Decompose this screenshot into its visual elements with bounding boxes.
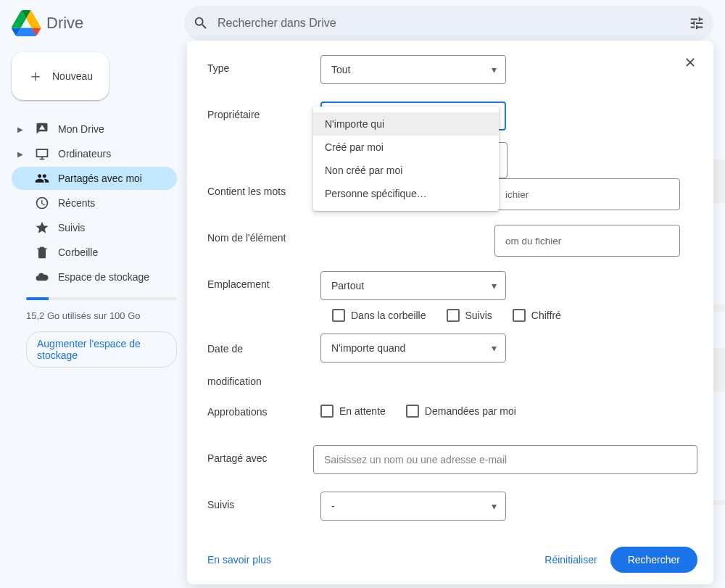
select-value: - [331,500,335,512]
cloud-icon [35,270,49,284]
bg-decor [713,305,725,312]
panel-footer: En savoir plus Réinitialiser Rechercher [207,547,697,573]
storage-block: 15,2 Go utilisés sur 100 Go Augmenter l'… [12,297,177,368]
placeholder-tail: ichier [505,189,529,200]
select-type[interactable]: Tout ▾ [320,55,506,84]
sidebar-item-trash[interactable]: Corbeille [12,241,177,264]
chevron-right-icon: ▶ [17,150,26,158]
drive-logo-icon [12,10,41,36]
label-owner: Propriétaire [207,102,320,120]
select-value: N'importe quand [331,342,405,354]
label-location: Emplacement [207,271,320,300]
search-bar[interactable] [184,6,713,41]
trash-icon [35,245,49,260]
close-button[interactable] [679,51,702,74]
label-type: Type [207,55,320,74]
checkbox-icon [513,309,526,322]
chevron-down-icon: ▾ [492,64,497,75]
reset-button[interactable]: Réinitialiser [544,554,597,566]
shared-with-input[interactable] [313,445,697,474]
new-button-label: Nouveau [52,70,93,82]
recent-icon [35,196,49,210]
shared-icon [35,171,49,186]
select-date-modified[interactable]: N'importe quand ▾ [320,334,506,363]
dropdown-item-specific-person[interactable]: Personne spécifique… [313,182,499,205]
label-contains: Contient les mots [207,178,320,197]
dropdown-item-owned-by-me[interactable]: Créé par moi [313,136,499,159]
sidebar-item-shared[interactable]: Partagés avec moi [12,167,177,190]
bg-decor [713,160,725,203]
product-name: Drive [46,14,83,33]
sidebar-item-recent[interactable]: Récents [12,191,177,215]
select-follow-up[interactable]: - ▾ [320,492,506,521]
learn-more-link[interactable]: En savoir plus [207,554,271,566]
sidebar-item-label: Récents [58,197,95,209]
checkbox-icon [320,405,334,418]
chevron-down-icon: ▾ [492,342,497,354]
checkbox-in-trash[interactable]: Dans la corbeille [332,309,426,322]
search-input[interactable] [218,17,683,30]
checkbox-encrypted[interactable]: Chiffré [513,309,561,322]
tune-icon[interactable] [689,15,705,31]
row-item-name: Nom de l'élément om du fichier [207,225,697,271]
chevron-right-icon: ▶ [17,125,26,133]
contains-input[interactable]: ichier [494,178,680,210]
chevron-down-icon: ▾ [492,280,497,291]
row-type: Type Tout ▾ [207,55,697,102]
item-name-input[interactable]: om du fichier [494,225,680,257]
storage-bar [26,297,177,300]
select-value: Partout [331,280,364,291]
search-icon [193,15,209,31]
bg-decor [713,348,725,392]
checkbox-icon [406,405,419,418]
label-shared-with: Partagé avec [207,445,313,464]
computers-icon [35,146,49,161]
checkbox-label: En attente [339,405,386,417]
checkbox-label: Dans la corbeille [351,310,426,321]
label-item-name: Nom de l'élément [207,225,320,244]
label-approvals: Approbations [207,399,320,418]
new-button[interactable]: ＋ Nouveau [12,52,109,100]
checkbox-icon [447,309,460,322]
search-button[interactable]: Rechercher [610,547,697,573]
sidebar-item-label: Ordinateurs [58,148,111,160]
sidebar-item-storage[interactable]: Espace de stockage [12,265,177,289]
row-approvals: Approbations En attente Demandées par mo… [207,399,697,445]
label-follow-up: Suivis [207,492,320,510]
label-date-modified: Date demodification [207,334,320,389]
select-location[interactable]: Partout ▾ [320,271,506,300]
select-value: Tout [331,64,350,75]
row-shared-with: Partagé avec [207,445,697,492]
plus-icon: ＋ [28,65,44,87]
row-date-modified: Date demodification N'importe quand ▾ [207,334,697,399]
owner-dropdown-menu: N'importe qui Créé par moi Non créé par … [313,107,499,211]
checkbox-label: Chiffré [531,310,561,321]
my-drive-icon [35,122,49,136]
checkbox-requested-by-me[interactable]: Demandées par moi [406,405,516,418]
sidebar-item-label: Partagés avec moi [58,173,142,184]
upgrade-storage-button[interactable]: Augmenter l'espace de stockage [26,331,177,368]
sidebar-item-label: Suivis [58,222,85,233]
sidebar: ＋ Nouveau ▶ Mon Drive ▶ Ordinateurs Part… [0,46,186,373]
placeholder-tail: om du fichier [505,236,561,247]
close-icon [683,55,697,70]
checkbox-starred[interactable]: Suivis [447,309,492,322]
dropdown-item-not-owned-by-me[interactable]: Non créé par moi [313,159,499,182]
checkbox-label: Suivis [465,310,492,321]
checkbox-pending[interactable]: En attente [320,405,386,418]
dropdown-item-anyone[interactable]: N'importe qui [313,112,499,136]
bg-decor [713,500,725,505]
sidebar-item-computers[interactable]: ▶ Ordinateurs [12,142,177,165]
sidebar-item-label: Corbeille [58,247,98,258]
sidebar-item-starred[interactable]: Suivis [12,216,177,239]
logo-area[interactable]: Drive [12,10,184,36]
storage-bar-fill [26,297,49,300]
chevron-down-icon: ▾ [492,500,497,512]
checkbox-label: Demandées par moi [425,405,516,417]
app-header: Drive [0,0,725,46]
storage-text: 15,2 Go utilisés sur 100 Go [26,310,177,321]
sidebar-item-label: Espace de stockage [58,271,149,283]
checkbox-icon [332,309,345,322]
row-follow-up: Suivis - ▾ [207,492,697,538]
sidebar-item-my-drive[interactable]: ▶ Mon Drive [12,117,177,141]
